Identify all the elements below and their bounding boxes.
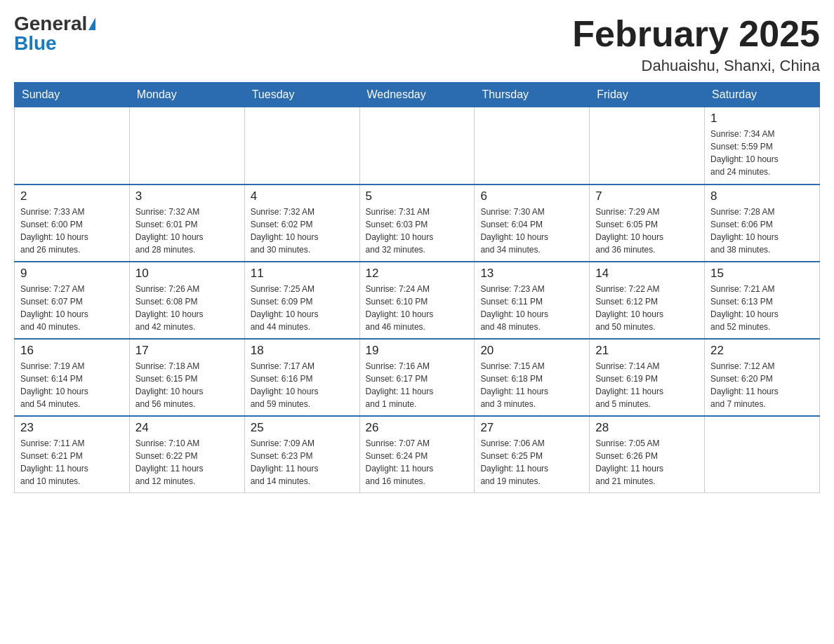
day-number: 26 — [366, 421, 469, 435]
day-info: Sunrise: 7:19 AM Sunset: 6:14 PM Dayligh… — [20, 360, 124, 410]
calendar-cell: 6Sunrise: 7:30 AM Sunset: 6:04 PM Daylig… — [475, 185, 590, 262]
day-number: 7 — [595, 189, 699, 203]
day-info: Sunrise: 7:32 AM Sunset: 6:02 PM Dayligh… — [251, 206, 354, 256]
day-number: 10 — [135, 267, 239, 281]
day-info: Sunrise: 7:11 AM Sunset: 6:21 PM Dayligh… — [20, 437, 124, 488]
calendar-cell — [15, 107, 130, 185]
day-info: Sunrise: 7:22 AM Sunset: 6:12 PM Dayligh… — [595, 283, 699, 333]
day-number: 6 — [480, 189, 583, 203]
calendar-cell: 26Sunrise: 7:07 AM Sunset: 6:24 PM Dayli… — [359, 416, 475, 493]
calendar-week-row: 9Sunrise: 7:27 AM Sunset: 6:07 PM Daylig… — [15, 262, 820, 339]
calendar-cell: 11Sunrise: 7:25 AM Sunset: 6:09 PM Dayli… — [244, 262, 359, 339]
day-number: 1 — [710, 112, 814, 126]
calendar-cell: 23Sunrise: 7:11 AM Sunset: 6:21 PM Dayli… — [15, 416, 130, 493]
location-title: Dahuaishu, Shanxi, China — [572, 57, 820, 75]
weekday-header-monday: Monday — [129, 83, 244, 107]
day-number: 13 — [480, 267, 583, 281]
calendar-cell: 4Sunrise: 7:32 AM Sunset: 6:02 PM Daylig… — [244, 185, 359, 262]
day-number: 16 — [20, 344, 124, 358]
day-number: 24 — [135, 421, 239, 435]
day-number: 4 — [251, 189, 354, 203]
day-info: Sunrise: 7:29 AM Sunset: 6:05 PM Dayligh… — [595, 206, 699, 256]
day-number: 11 — [251, 267, 354, 281]
day-number: 15 — [710, 267, 814, 281]
day-info: Sunrise: 7:25 AM Sunset: 6:09 PM Dayligh… — [251, 283, 354, 333]
page-header: General Blue February 2025 Dahuaishu, Sh… — [14, 14, 820, 75]
day-info: Sunrise: 7:34 AM Sunset: 5:59 PM Dayligh… — [710, 128, 814, 178]
day-number: 21 — [595, 344, 699, 358]
weekday-header-thursday: Thursday — [475, 83, 590, 107]
day-info: Sunrise: 7:32 AM Sunset: 6:01 PM Dayligh… — [135, 206, 239, 256]
day-number: 28 — [595, 421, 699, 435]
day-info: Sunrise: 7:05 AM Sunset: 6:26 PM Dayligh… — [595, 437, 699, 488]
calendar-cell: 12Sunrise: 7:24 AM Sunset: 6:10 PM Dayli… — [359, 262, 475, 339]
day-number: 19 — [366, 344, 469, 358]
weekday-header-row: SundayMondayTuesdayWednesdayThursdayFrid… — [15, 83, 820, 107]
calendar-cell: 5Sunrise: 7:31 AM Sunset: 6:03 PM Daylig… — [359, 185, 475, 262]
calendar-cell — [359, 107, 475, 185]
calendar-cell: 24Sunrise: 7:10 AM Sunset: 6:22 PM Dayli… — [129, 416, 244, 493]
day-number: 22 — [710, 344, 814, 358]
logo-triangle-icon — [88, 18, 95, 30]
day-info: Sunrise: 7:10 AM Sunset: 6:22 PM Dayligh… — [135, 437, 239, 488]
weekday-header-tuesday: Tuesday — [244, 83, 359, 107]
calendar-cell: 13Sunrise: 7:23 AM Sunset: 6:11 PM Dayli… — [475, 262, 590, 339]
day-number: 2 — [20, 189, 124, 203]
day-info: Sunrise: 7:06 AM Sunset: 6:25 PM Dayligh… — [480, 437, 583, 488]
day-info: Sunrise: 7:07 AM Sunset: 6:24 PM Dayligh… — [366, 437, 469, 488]
calendar-week-row: 1Sunrise: 7:34 AM Sunset: 5:59 PM Daylig… — [15, 107, 820, 185]
calendar-cell — [129, 107, 244, 185]
calendar-week-row: 2Sunrise: 7:33 AM Sunset: 6:00 PM Daylig… — [15, 185, 820, 262]
day-info: Sunrise: 7:17 AM Sunset: 6:16 PM Dayligh… — [251, 360, 354, 410]
calendar-cell: 3Sunrise: 7:32 AM Sunset: 6:01 PM Daylig… — [129, 185, 244, 262]
day-number: 27 — [480, 421, 583, 435]
calendar-cell: 28Sunrise: 7:05 AM Sunset: 6:26 PM Dayli… — [590, 416, 705, 493]
calendar-cell: 27Sunrise: 7:06 AM Sunset: 6:25 PM Dayli… — [475, 416, 590, 493]
logo-general-text: General — [14, 14, 87, 34]
title-block: February 2025 Dahuaishu, Shanxi, China — [572, 14, 820, 75]
calendar-cell: 2Sunrise: 7:33 AM Sunset: 6:00 PM Daylig… — [15, 185, 130, 262]
day-info: Sunrise: 7:30 AM Sunset: 6:04 PM Dayligh… — [480, 206, 583, 256]
calendar-cell: 18Sunrise: 7:17 AM Sunset: 6:16 PM Dayli… — [244, 339, 359, 416]
day-info: Sunrise: 7:28 AM Sunset: 6:06 PM Dayligh… — [710, 206, 814, 256]
calendar-table: SundayMondayTuesdayWednesdayThursdayFrid… — [14, 82, 820, 493]
calendar-cell: 8Sunrise: 7:28 AM Sunset: 6:06 PM Daylig… — [705, 185, 820, 262]
calendar-cell: 1Sunrise: 7:34 AM Sunset: 5:59 PM Daylig… — [705, 107, 820, 185]
calendar-cell — [475, 107, 590, 185]
day-number: 12 — [366, 267, 469, 281]
day-number: 9 — [20, 267, 124, 281]
calendar-cell: 15Sunrise: 7:21 AM Sunset: 6:13 PM Dayli… — [705, 262, 820, 339]
calendar-cell: 9Sunrise: 7:27 AM Sunset: 6:07 PM Daylig… — [15, 262, 130, 339]
day-number: 8 — [710, 189, 814, 203]
calendar-cell: 10Sunrise: 7:26 AM Sunset: 6:08 PM Dayli… — [129, 262, 244, 339]
day-info: Sunrise: 7:26 AM Sunset: 6:08 PM Dayligh… — [135, 283, 239, 333]
calendar-cell: 22Sunrise: 7:12 AM Sunset: 6:20 PM Dayli… — [705, 339, 820, 416]
weekday-header-friday: Friday — [590, 83, 705, 107]
calendar-cell — [244, 107, 359, 185]
calendar-cell: 14Sunrise: 7:22 AM Sunset: 6:12 PM Dayli… — [590, 262, 705, 339]
logo: General Blue — [14, 14, 95, 53]
day-number: 25 — [251, 421, 354, 435]
day-number: 23 — [20, 421, 124, 435]
day-info: Sunrise: 7:14 AM Sunset: 6:19 PM Dayligh… — [595, 360, 699, 410]
day-info: Sunrise: 7:12 AM Sunset: 6:20 PM Dayligh… — [710, 360, 814, 410]
day-number: 14 — [595, 267, 699, 281]
day-number: 20 — [480, 344, 583, 358]
calendar-cell: 19Sunrise: 7:16 AM Sunset: 6:17 PM Dayli… — [359, 339, 475, 416]
day-info: Sunrise: 7:31 AM Sunset: 6:03 PM Dayligh… — [366, 206, 469, 256]
calendar-cell: 20Sunrise: 7:15 AM Sunset: 6:18 PM Dayli… — [475, 339, 590, 416]
day-info: Sunrise: 7:23 AM Sunset: 6:11 PM Dayligh… — [480, 283, 583, 333]
weekday-header-sunday: Sunday — [15, 83, 130, 107]
day-info: Sunrise: 7:21 AM Sunset: 6:13 PM Dayligh… — [710, 283, 814, 333]
day-number: 3 — [135, 189, 239, 203]
weekday-header-wednesday: Wednesday — [359, 83, 475, 107]
day-info: Sunrise: 7:24 AM Sunset: 6:10 PM Dayligh… — [366, 283, 469, 333]
calendar-week-row: 23Sunrise: 7:11 AM Sunset: 6:21 PM Dayli… — [15, 416, 820, 493]
calendar-cell — [590, 107, 705, 185]
weekday-header-saturday: Saturday — [705, 83, 820, 107]
calendar-cell: 25Sunrise: 7:09 AM Sunset: 6:23 PM Dayli… — [244, 416, 359, 493]
logo-blue-text: Blue — [14, 34, 57, 53]
day-info: Sunrise: 7:16 AM Sunset: 6:17 PM Dayligh… — [366, 360, 469, 410]
day-info: Sunrise: 7:33 AM Sunset: 6:00 PM Dayligh… — [20, 206, 124, 256]
month-title: February 2025 — [572, 14, 820, 54]
